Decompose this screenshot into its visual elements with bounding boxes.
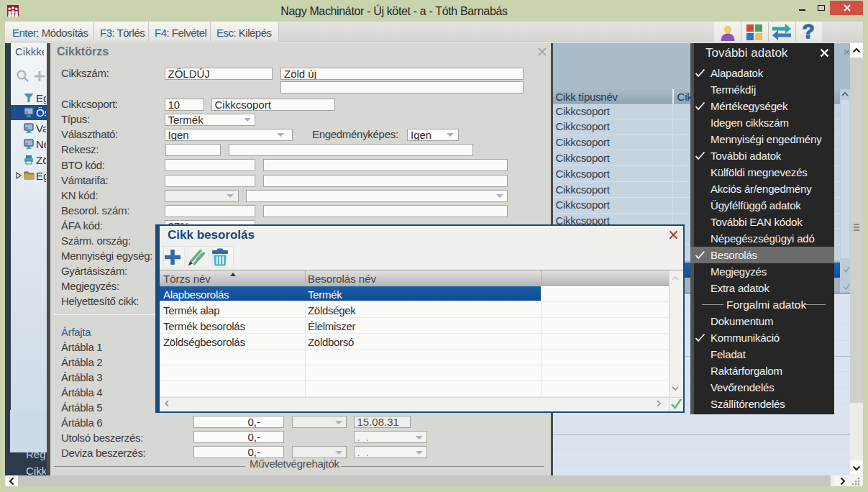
svg-text:?: ? — [802, 23, 814, 42]
